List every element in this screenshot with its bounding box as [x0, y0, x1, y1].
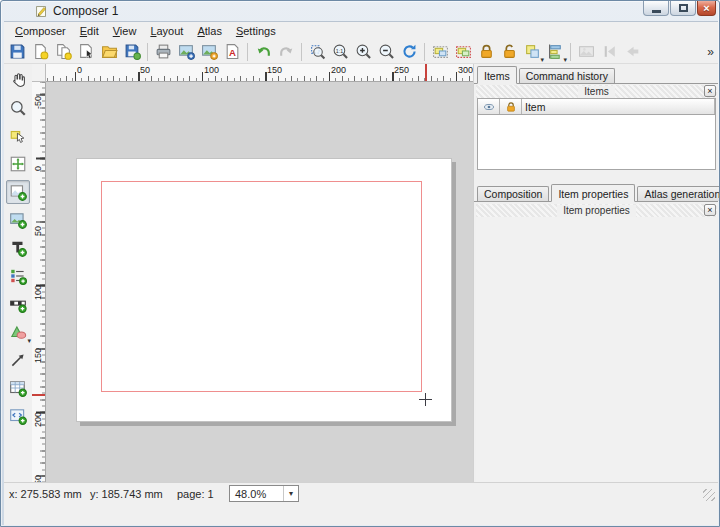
menu-settings[interactable]: Settings — [229, 23, 283, 39]
print-button[interactable] — [152, 41, 174, 63]
save-as-template-button[interactable] — [121, 41, 143, 63]
new-composition-button[interactable] — [29, 41, 51, 63]
tab-items[interactable]: Items — [477, 66, 517, 84]
toolbar-separator — [424, 43, 425, 61]
ungroup-items-button[interactable] — [452, 41, 474, 63]
atlas-preview-button[interactable] — [575, 41, 597, 63]
zoom-tool-icon — [9, 99, 27, 117]
window-resize-grip[interactable] — [703, 489, 715, 501]
tab-composition[interactable]: Composition — [477, 186, 549, 201]
lock-icon — [478, 43, 495, 60]
composer-manager-button[interactable] — [75, 41, 97, 63]
menu-layout[interactable]: Layout — [143, 23, 190, 39]
tab-item-properties[interactable]: Item properties — [551, 184, 635, 202]
close-icon[interactable]: × — [704, 204, 716, 216]
add-new-map-button[interactable] — [6, 180, 30, 204]
group-items-button[interactable] — [429, 41, 451, 63]
visibility-column-header[interactable] — [478, 99, 500, 114]
zoom-tool-button[interactable] — [6, 96, 30, 120]
composition-canvas[interactable] — [46, 82, 474, 489]
save-project-button[interactable] — [6, 41, 28, 63]
move-item-content-button[interactable] — [6, 152, 30, 176]
map-rubber-band — [101, 181, 422, 392]
title-bar[interactable]: Composer 1 × — [1, 1, 719, 21]
refresh-view-icon — [401, 43, 418, 60]
add-new-legend-button[interactable] — [6, 264, 30, 288]
cursor-position-marker — [32, 394, 45, 396]
first-feature-icon — [601, 43, 618, 60]
zoom-level-combobox[interactable]: 48.0% ▾ — [229, 485, 299, 502]
zoom-actual-size-button[interactable]: 1:1 — [329, 41, 351, 63]
export-as-pdf-icon: A — [224, 43, 241, 60]
lock-selected-items-button[interactable] — [475, 41, 497, 63]
undo-button[interactable] — [252, 41, 274, 63]
items-dock-title: Items — [578, 86, 614, 98]
ruler-label: 150 — [33, 348, 43, 363]
export-as-svg-icon — [201, 43, 218, 60]
redo-button[interactable] — [275, 41, 297, 63]
item-column-header[interactable]: Item — [522, 99, 715, 114]
tab-command-history[interactable]: Command history — [519, 68, 615, 83]
chevron-down-icon[interactable]: ▾ — [283, 486, 298, 501]
add-arrow-button[interactable] — [6, 348, 30, 372]
page-readout: page: 1 — [177, 488, 214, 500]
close-button[interactable]: × — [697, 1, 716, 16]
menu-atlas[interactable]: Atlas — [190, 23, 228, 39]
export-as-svg-button[interactable] — [198, 41, 220, 63]
zoom-full-extent-button[interactable] — [306, 41, 328, 63]
load-from-template-button[interactable] — [98, 41, 120, 63]
menu-edit[interactable]: Edit — [73, 23, 106, 39]
menu-composer[interactable]: Composer — [8, 23, 73, 39]
tab-atlas-generation[interactable]: Atlas generation — [637, 186, 720, 201]
unlock-all-items-button[interactable] — [498, 41, 520, 63]
right-dock-panel: Items Command history Items × Item Compo… — [473, 64, 718, 504]
select-move-item-button[interactable] — [6, 124, 30, 148]
refresh-view-button[interactable] — [398, 41, 420, 63]
toolbar-separator — [570, 43, 571, 61]
align-items-icon — [547, 43, 564, 60]
atlas-previous-feature-button[interactable] — [621, 41, 643, 63]
minimize-button[interactable] — [643, 1, 669, 16]
items-table[interactable]: Item — [477, 98, 716, 170]
toolbar-separator — [147, 43, 148, 61]
pan-tool-button[interactable] — [6, 68, 30, 92]
atlas-first-feature-button[interactable] — [598, 41, 620, 63]
ruler-label: 250 — [394, 65, 409, 75]
add-image-button[interactable] — [6, 208, 30, 232]
add-attribute-table-button[interactable] — [6, 376, 30, 400]
raise-selected-items-button[interactable]: ▾ — [521, 41, 543, 63]
close-icon[interactable]: × — [704, 85, 716, 97]
window-title: Composer 1 — [53, 4, 118, 18]
menu-view[interactable]: View — [106, 23, 144, 39]
previous-feature-icon — [624, 43, 641, 60]
align-items-button[interactable]: ▾ — [544, 41, 566, 63]
ruler-label: 100 — [204, 65, 219, 75]
item-properties-dock-titlebar[interactable]: Item properties × — [476, 204, 717, 217]
unlock-icon — [501, 43, 518, 60]
export-as-image-button[interactable] — [175, 41, 197, 63]
items-dock-titlebar[interactable]: Items × — [476, 85, 717, 98]
add-new-scalebar-button[interactable] — [6, 292, 30, 316]
add-new-label-button[interactable] — [6, 236, 30, 260]
export-as-pdf-button[interactable]: A — [221, 41, 243, 63]
horizontal-ruler: 0 50 100 150 200 250 300 — [46, 64, 474, 82]
ruler-corner — [32, 64, 46, 82]
zoom-in-button[interactable] — [352, 41, 374, 63]
svg-text:1:1: 1:1 — [335, 48, 342, 54]
new-composition-icon — [32, 43, 49, 60]
add-html-frame-button[interactable] — [6, 404, 30, 428]
add-basic-shape-button[interactable]: ▾ — [6, 320, 30, 344]
ruler-label: 0 — [77, 65, 82, 75]
add-arrow-icon — [9, 351, 27, 369]
duplicate-composition-button[interactable] — [52, 41, 74, 63]
cursor-x-readout: x: 275.583 mm — [9, 488, 82, 500]
ruler-label: 50 — [33, 226, 43, 236]
item-properties-empty-area — [476, 217, 717, 501]
maximize-button[interactable] — [670, 1, 696, 16]
cursor-position-marker — [425, 64, 427, 81]
toolbar-overflow-button[interactable]: » — [707, 45, 714, 59]
item-properties-dock-title: Item properties — [557, 205, 636, 217]
zoom-out-button[interactable] — [375, 41, 397, 63]
lock-column-header[interactable] — [500, 99, 522, 114]
status-bar: x: 275.583 mm y: 185.743 mm page: 1 48.0… — [4, 482, 718, 504]
